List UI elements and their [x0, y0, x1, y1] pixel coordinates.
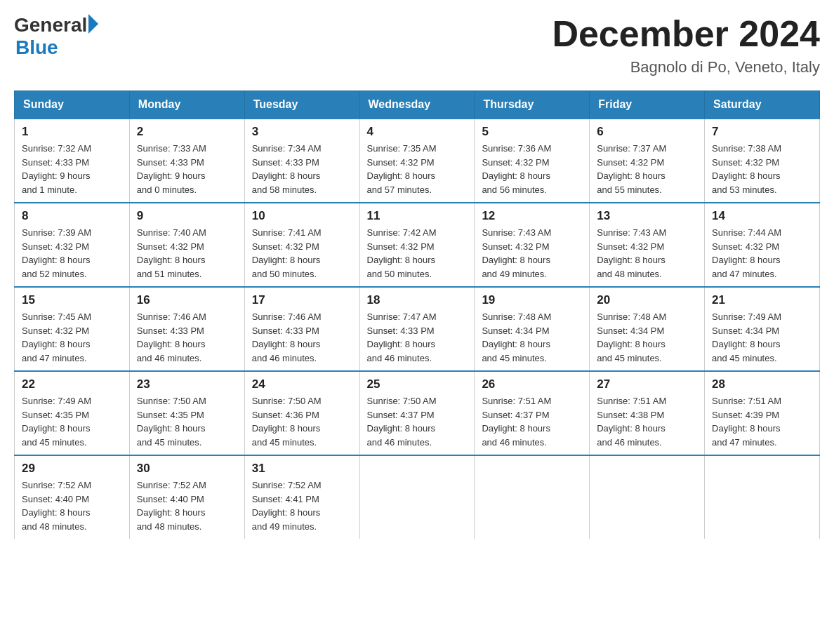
- day-info: Sunrise: 7:49 AMSunset: 4:35 PMDaylight:…: [22, 394, 122, 449]
- table-row: 19Sunrise: 7:48 AMSunset: 4:34 PMDayligh…: [475, 287, 590, 371]
- title-area: December 2024 Bagnolo di Po, Veneto, Ita…: [552, 14, 820, 76]
- table-row: 29Sunrise: 7:52 AMSunset: 4:40 PMDayligh…: [15, 455, 130, 539]
- table-row: 23Sunrise: 7:50 AMSunset: 4:35 PMDayligh…: [129, 371, 244, 455]
- table-row: 18Sunrise: 7:47 AMSunset: 4:33 PMDayligh…: [359, 287, 475, 371]
- day-info: Sunrise: 7:51 AMSunset: 4:37 PMDaylight:…: [482, 394, 582, 449]
- col-friday: Friday: [590, 91, 705, 119]
- table-row: 4Sunrise: 7:35 AMSunset: 4:32 PMDaylight…: [359, 119, 475, 203]
- day-number: 11: [367, 209, 468, 223]
- day-info: Sunrise: 7:47 AMSunset: 4:33 PMDaylight:…: [367, 310, 468, 365]
- table-row: 9Sunrise: 7:40 AMSunset: 4:32 PMDaylight…: [129, 203, 244, 287]
- day-number: 25: [367, 377, 468, 391]
- day-info: Sunrise: 7:52 AMSunset: 4:40 PMDaylight:…: [137, 478, 237, 533]
- day-info: Sunrise: 7:52 AMSunset: 4:41 PMDaylight:…: [252, 478, 352, 533]
- day-info: Sunrise: 7:50 AMSunset: 4:37 PMDaylight:…: [367, 394, 468, 449]
- day-info: Sunrise: 7:42 AMSunset: 4:32 PMDaylight:…: [367, 226, 468, 281]
- day-info: Sunrise: 7:43 AMSunset: 4:32 PMDaylight:…: [597, 226, 697, 281]
- table-row: 26Sunrise: 7:51 AMSunset: 4:37 PMDayligh…: [475, 371, 590, 455]
- table-row: 12Sunrise: 7:43 AMSunset: 4:32 PMDayligh…: [475, 203, 590, 287]
- page-header: General Blue December 2024 Bagnolo di Po…: [14, 14, 820, 76]
- day-info: Sunrise: 7:48 AMSunset: 4:34 PMDaylight:…: [597, 310, 697, 365]
- day-info: Sunrise: 7:49 AMSunset: 4:34 PMDaylight:…: [712, 310, 812, 365]
- day-info: Sunrise: 7:46 AMSunset: 4:33 PMDaylight:…: [252, 310, 352, 365]
- table-row: 27Sunrise: 7:51 AMSunset: 4:38 PMDayligh…: [590, 371, 705, 455]
- calendar-week-row: 1Sunrise: 7:32 AMSunset: 4:33 PMDaylight…: [15, 119, 820, 203]
- table-row: 1Sunrise: 7:32 AMSunset: 4:33 PMDaylight…: [15, 119, 130, 203]
- table-row: 10Sunrise: 7:41 AMSunset: 4:32 PMDayligh…: [244, 203, 359, 287]
- day-number: 7: [712, 125, 812, 139]
- day-number: 13: [597, 209, 697, 223]
- table-row: 13Sunrise: 7:43 AMSunset: 4:32 PMDayligh…: [590, 203, 705, 287]
- calendar-week-row: 22Sunrise: 7:49 AMSunset: 4:35 PMDayligh…: [15, 371, 820, 455]
- table-row: 30Sunrise: 7:52 AMSunset: 4:40 PMDayligh…: [129, 455, 244, 539]
- table-row: 22Sunrise: 7:49 AMSunset: 4:35 PMDayligh…: [15, 371, 130, 455]
- col-saturday: Saturday: [705, 91, 820, 119]
- day-info: Sunrise: 7:32 AMSunset: 4:33 PMDaylight:…: [22, 142, 122, 196]
- logo-blue: Blue: [15, 36, 58, 59]
- table-row: 25Sunrise: 7:50 AMSunset: 4:37 PMDayligh…: [359, 371, 475, 455]
- day-info: Sunrise: 7:50 AMSunset: 4:36 PMDaylight:…: [252, 394, 352, 449]
- day-number: 31: [252, 462, 352, 476]
- day-number: 1: [22, 125, 122, 139]
- table-row: 15Sunrise: 7:45 AMSunset: 4:32 PMDayligh…: [15, 287, 130, 371]
- day-info: Sunrise: 7:37 AMSunset: 4:32 PMDaylight:…: [597, 142, 697, 196]
- table-row: [475, 455, 590, 539]
- day-info: Sunrise: 7:51 AMSunset: 4:39 PMDaylight:…: [712, 394, 812, 449]
- day-info: Sunrise: 7:41 AMSunset: 4:32 PMDaylight:…: [252, 226, 352, 281]
- day-number: 9: [137, 209, 237, 223]
- day-info: Sunrise: 7:51 AMSunset: 4:38 PMDaylight:…: [597, 394, 697, 449]
- day-number: 28: [712, 377, 812, 391]
- day-number: 3: [252, 125, 352, 139]
- day-number: 8: [22, 209, 122, 223]
- day-info: Sunrise: 7:35 AMSunset: 4:32 PMDaylight:…: [367, 142, 468, 196]
- day-number: 15: [22, 293, 122, 307]
- month-title: December 2024: [552, 14, 820, 54]
- table-row: 6Sunrise: 7:37 AMSunset: 4:32 PMDaylight…: [590, 119, 705, 203]
- day-info: Sunrise: 7:46 AMSunset: 4:33 PMDaylight:…: [137, 310, 237, 365]
- calendar-table: Sunday Monday Tuesday Wednesday Thursday…: [14, 90, 820, 539]
- day-number: 22: [22, 377, 122, 391]
- logo: General Blue: [14, 14, 98, 59]
- table-row: 21Sunrise: 7:49 AMSunset: 4:34 PMDayligh…: [705, 287, 820, 371]
- day-number: 6: [597, 125, 697, 139]
- day-info: Sunrise: 7:33 AMSunset: 4:33 PMDaylight:…: [137, 142, 237, 196]
- day-info: Sunrise: 7:43 AMSunset: 4:32 PMDaylight:…: [482, 226, 582, 281]
- day-info: Sunrise: 7:40 AMSunset: 4:32 PMDaylight:…: [137, 226, 237, 281]
- logo-general: General: [14, 14, 87, 36]
- col-sunday: Sunday: [15, 91, 130, 119]
- table-row: 17Sunrise: 7:46 AMSunset: 4:33 PMDayligh…: [244, 287, 359, 371]
- day-number: 26: [482, 377, 582, 391]
- day-number: 19: [482, 293, 582, 307]
- col-monday: Monday: [129, 91, 244, 119]
- day-info: Sunrise: 7:52 AMSunset: 4:40 PMDaylight:…: [22, 478, 122, 533]
- location-title: Bagnolo di Po, Veneto, Italy: [552, 58, 820, 76]
- table-row: [359, 455, 475, 539]
- day-info: Sunrise: 7:48 AMSunset: 4:34 PMDaylight:…: [482, 310, 582, 365]
- day-number: 20: [597, 293, 697, 307]
- calendar-week-row: 29Sunrise: 7:52 AMSunset: 4:40 PMDayligh…: [15, 455, 820, 539]
- table-row: [705, 455, 820, 539]
- col-thursday: Thursday: [475, 91, 590, 119]
- day-number: 23: [137, 377, 237, 391]
- day-number: 18: [367, 293, 468, 307]
- table-row: 2Sunrise: 7:33 AMSunset: 4:33 PMDaylight…: [129, 119, 244, 203]
- day-number: 21: [712, 293, 812, 307]
- day-number: 14: [712, 209, 812, 223]
- day-number: 16: [137, 293, 237, 307]
- calendar-week-row: 15Sunrise: 7:45 AMSunset: 4:32 PMDayligh…: [15, 287, 820, 371]
- logo-triangle-icon: [88, 14, 98, 34]
- day-info: Sunrise: 7:39 AMSunset: 4:32 PMDaylight:…: [22, 226, 122, 281]
- col-wednesday: Wednesday: [359, 91, 475, 119]
- table-row: 7Sunrise: 7:38 AMSunset: 4:32 PMDaylight…: [705, 119, 820, 203]
- day-number: 2: [137, 125, 237, 139]
- table-row: 11Sunrise: 7:42 AMSunset: 4:32 PMDayligh…: [359, 203, 475, 287]
- day-number: 24: [252, 377, 352, 391]
- table-row: 8Sunrise: 7:39 AMSunset: 4:32 PMDaylight…: [15, 203, 130, 287]
- table-row: [590, 455, 705, 539]
- day-number: 10: [252, 209, 352, 223]
- table-row: 5Sunrise: 7:36 AMSunset: 4:32 PMDaylight…: [475, 119, 590, 203]
- table-row: 24Sunrise: 7:50 AMSunset: 4:36 PMDayligh…: [244, 371, 359, 455]
- day-number: 17: [252, 293, 352, 307]
- table-row: 16Sunrise: 7:46 AMSunset: 4:33 PMDayligh…: [129, 287, 244, 371]
- day-info: Sunrise: 7:36 AMSunset: 4:32 PMDaylight:…: [482, 142, 582, 196]
